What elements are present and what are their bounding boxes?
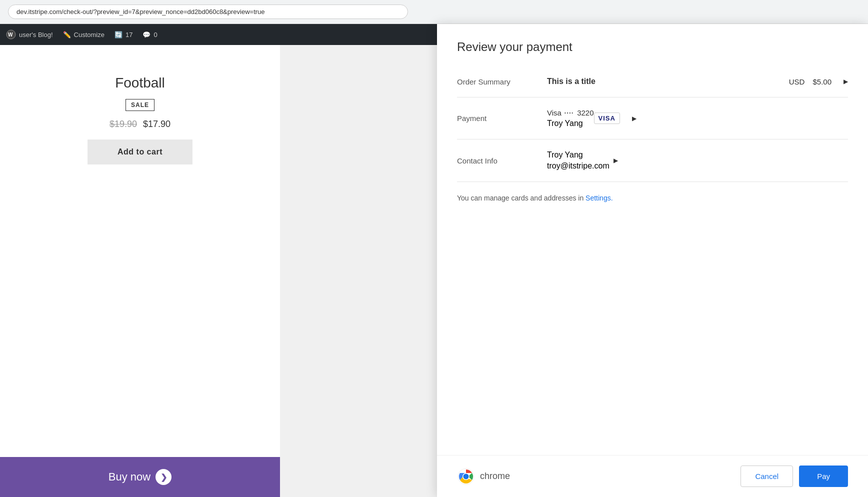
url-bar[interactable] (8, 4, 408, 19)
order-expand-icon[interactable]: ▶ (844, 78, 848, 85)
buy-now-bar[interactable]: Buy now ❯ (0, 457, 280, 497)
settings-note-text: You can manage cards and addresses in (457, 194, 584, 202)
page-content: Football SALE $19.90 $17.90 Add to cart (0, 45, 280, 497)
contact-label: Contact Info (457, 156, 547, 165)
pencil-icon: ✏️ (63, 31, 71, 38)
payment-label: Payment (457, 114, 547, 122)
wp-blog-item[interactable]: W user's Blog! (6, 30, 53, 40)
cancel-button[interactable]: Cancel (740, 466, 793, 487)
visa-line: Visa •••• 3220 (547, 108, 594, 117)
buy-now-content: Buy now ❯ (108, 469, 172, 485)
card-brand: Visa (547, 108, 562, 117)
order-amount: $5.00 (812, 78, 832, 86)
visa-badge: VISA (594, 112, 620, 124)
settings-link[interactable]: Settings. (586, 194, 612, 202)
contact-email: troy@itstripe.com (547, 162, 610, 170)
order-item-title: This is a title (547, 77, 789, 86)
wp-customize-item[interactable]: ✏️ Customize (63, 31, 104, 38)
svg-text:W: W (8, 32, 13, 38)
payment-right: VISA ▶ (594, 112, 636, 124)
modal-body: Order Summary This is a title USD $5.00 … (437, 66, 868, 455)
product-title: Football (115, 75, 165, 91)
original-price: $19.90 (110, 119, 137, 130)
payment-expand-icon[interactable]: ▶ (632, 115, 636, 122)
refresh-icon: 🔄 (114, 31, 122, 38)
comment-icon: 💬 (142, 31, 150, 38)
chrome-logo-icon (457, 468, 475, 486)
browser-bar (0, 0, 868, 24)
chrome-branding: chrome (457, 468, 510, 486)
settings-note: You can manage cards and addresses in Se… (457, 182, 848, 214)
card-last4: 3220 (577, 108, 594, 117)
order-summary-right: USD $5.00 ▶ (789, 78, 848, 86)
contact-detail: Troy Yang troy@itstripe.com (547, 150, 610, 170)
modal-footer: chrome Cancel Pay (437, 455, 868, 497)
payment-detail: Visa •••• 3220 Troy Yang (547, 108, 594, 128)
sale-badge: SALE (126, 99, 154, 111)
payment-modal: Review your payment Order Summary This i… (437, 24, 868, 497)
order-currency: USD (789, 78, 805, 86)
contact-name: Troy Yang (547, 150, 610, 160)
modal-header: Review your payment (437, 24, 868, 66)
buy-now-label: Buy now (108, 470, 150, 484)
card-holder: Troy Yang (547, 119, 594, 128)
updates-count: 17 (126, 31, 132, 38)
customize-label: Customize (74, 31, 104, 38)
card-dots: •••• (564, 110, 574, 115)
buy-now-arrow-icon: ❯ (156, 469, 172, 485)
order-summary-label: Order Summary (457, 78, 547, 86)
blog-label: user's Blog! (19, 31, 53, 38)
contact-right: ▶ (610, 157, 618, 164)
order-summary-row: Order Summary This is a title USD $5.00 … (457, 66, 848, 98)
sale-price: $17.90 (143, 119, 170, 130)
payment-row: Payment Visa •••• 3220 Troy Yang VISA ▶ (457, 98, 848, 140)
wp-updates-item[interactable]: 🔄 17 (114, 31, 132, 38)
chrome-label: chrome (480, 471, 510, 482)
modal-title: Review your payment (457, 40, 848, 54)
price-row: $19.90 $17.90 (110, 119, 170, 130)
comments-count: 0 (154, 31, 157, 38)
svg-point-5 (464, 474, 469, 479)
footer-buttons: Cancel Pay (740, 466, 848, 487)
wp-comments-item[interactable]: 💬 0 (142, 31, 157, 38)
contact-expand-icon[interactable]: ▶ (614, 157, 618, 164)
pay-button[interactable]: Pay (799, 466, 848, 487)
add-to-cart-button[interactable]: Add to cart (88, 140, 192, 164)
contact-row: Contact Info Troy Yang troy@itstripe.com… (457, 140, 848, 182)
wp-logo-icon: W (6, 30, 16, 40)
